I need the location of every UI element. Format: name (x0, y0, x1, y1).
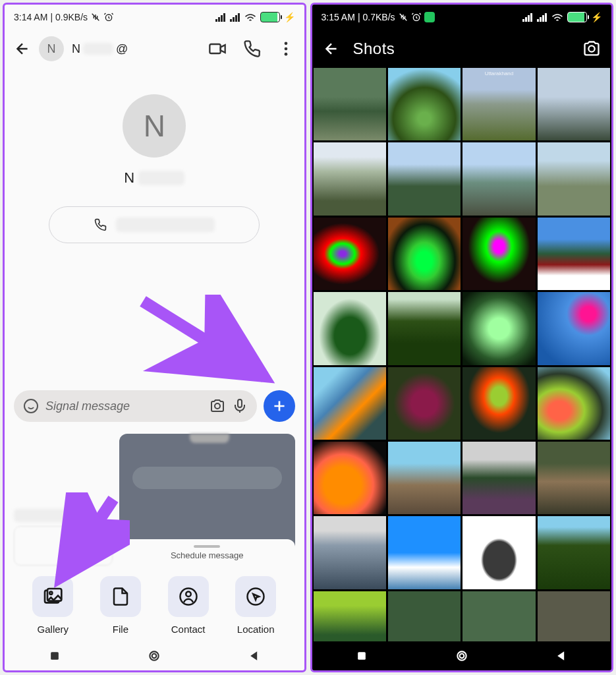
attach-contact[interactable]: Contact (168, 576, 209, 635)
app-badge-icon (424, 12, 435, 22)
attach-plus-button[interactable] (264, 390, 295, 422)
phone-number-button[interactable] (49, 206, 260, 243)
svg-rect-32 (537, 19, 539, 22)
schedule-label: Schedule message (171, 550, 244, 560)
gallery-thumb[interactable] (314, 218, 386, 290)
attach-gallery-label: Gallery (38, 624, 69, 635)
message-input[interactable]: Signal message (14, 390, 257, 422)
gallery-thumb[interactable] (538, 218, 610, 290)
gallery-thumb[interactable] (314, 516, 386, 589)
schedule-preview-card[interactable]: Schedule message (119, 434, 295, 566)
svg-point-23 (150, 651, 159, 660)
svg-point-21 (248, 589, 264, 605)
svg-rect-35 (545, 13, 547, 22)
input-placeholder: Signal message (45, 399, 203, 413)
status-net: 0.7KB/s (363, 12, 395, 22)
gallery-thumb[interactable] (538, 442, 610, 514)
gallery-thumb[interactable] (538, 292, 610, 365)
status-sep: | (50, 12, 53, 22)
redacted-text (83, 43, 113, 55)
gallery-thumb[interactable] (388, 218, 461, 290)
gallery-thumb[interactable] (388, 516, 461, 589)
voice-call-icon[interactable] (242, 40, 261, 58)
avatar-initial: N (47, 42, 56, 56)
signal-icon (522, 13, 533, 22)
gallery-thumb[interactable] (462, 218, 535, 290)
attach-file[interactable]: File (100, 576, 141, 635)
video-call-icon[interactable] (208, 40, 227, 58)
gallery-thumb[interactable] (462, 367, 535, 440)
gallery-thumb[interactable] (314, 367, 386, 440)
gallery-thumb[interactable] (462, 292, 535, 365)
alarm-icon (411, 12, 422, 22)
nav-recent-icon[interactable] (48, 649, 61, 662)
attach-gallery[interactable]: Gallery (32, 576, 73, 635)
wifi-icon (244, 13, 256, 22)
contact-name-large: N (124, 169, 184, 187)
signal-icon-2 (230, 13, 240, 22)
svg-rect-31 (530, 13, 532, 22)
nav-back-icon[interactable] (248, 649, 261, 662)
gallery-grid[interactable]: Uttarakhand (312, 68, 612, 641)
gallery-thumb[interactable] (314, 68, 386, 140)
attachment-panel: Schedule message Gallery File (5, 428, 304, 641)
gallery-thumb[interactable] (388, 68, 461, 140)
charge-icon: ⚡ (591, 12, 602, 22)
svg-rect-29 (525, 17, 527, 22)
svg-rect-22 (51, 652, 59, 660)
gallery-thumb[interactable] (314, 442, 386, 514)
gallery-thumb[interactable]: Uttarakhand (462, 68, 535, 140)
svg-rect-15 (238, 399, 242, 407)
gallery-thumb[interactable] (314, 292, 386, 365)
signal-icon (215, 13, 226, 22)
camera-icon[interactable] (210, 398, 225, 414)
battery-icon (260, 12, 280, 22)
emoji-icon[interactable] (23, 398, 39, 414)
gallery-thumb[interactable] (538, 516, 610, 589)
svg-rect-6 (233, 17, 235, 22)
gallery-thumb[interactable] (538, 591, 610, 641)
status-net: 0.9KB/s (55, 12, 88, 22)
redacted-phone (116, 218, 215, 232)
gallery-thumb[interactable] (314, 591, 386, 641)
gallery-thumb[interactable] (388, 142, 461, 215)
contact-avatar-large[interactable]: N (123, 94, 186, 158)
gallery-thumb[interactable] (462, 442, 535, 514)
gallery-thumb[interactable] (462, 516, 535, 589)
header-avatar[interactable]: N (39, 36, 64, 61)
right-phone-frame: 3:15 AM | 0.7KB/s ⚡ (310, 3, 614, 672)
attach-file-label: File (113, 624, 128, 635)
redacted-text (138, 171, 184, 185)
more-icon[interactable] (277, 40, 295, 58)
gallery-thumb[interactable] (388, 442, 461, 514)
svg-rect-28 (522, 19, 524, 22)
gallery-thumb[interactable] (538, 367, 610, 440)
chat-header: N N @ (5, 30, 304, 68)
gallery-thumb[interactable] (538, 68, 610, 140)
charge-icon: ⚡ (284, 12, 295, 22)
nav-home-icon[interactable] (148, 649, 161, 662)
header-contact-name[interactable]: N @ (72, 42, 200, 56)
gallery-thumb[interactable] (538, 142, 610, 215)
svg-rect-30 (528, 15, 530, 22)
attach-contact-label: Contact (171, 624, 206, 635)
gallery-thumb[interactable] (462, 591, 535, 641)
preview-card[interactable] (14, 526, 113, 566)
svg-rect-8 (238, 13, 240, 22)
gallery-thumb[interactable] (462, 142, 535, 215)
microphone-icon[interactable] (232, 398, 248, 414)
nav-back-icon[interactable] (555, 649, 568, 662)
drag-handle-icon[interactable] (194, 545, 220, 548)
back-icon[interactable] (323, 40, 340, 57)
attach-location[interactable]: Location (235, 576, 276, 635)
nav-home-icon[interactable] (455, 649, 468, 662)
gallery-thumb[interactable] (314, 142, 386, 215)
camera-icon[interactable] (582, 40, 601, 58)
gallery-thumb[interactable] (388, 367, 461, 440)
gallery-thumb[interactable] (388, 292, 461, 365)
gallery-thumb[interactable] (388, 591, 461, 641)
attach-location-label: Location (237, 624, 275, 635)
back-icon[interactable] (14, 40, 31, 57)
nav-recent-icon[interactable] (355, 649, 368, 662)
contact-icon (179, 587, 198, 606)
